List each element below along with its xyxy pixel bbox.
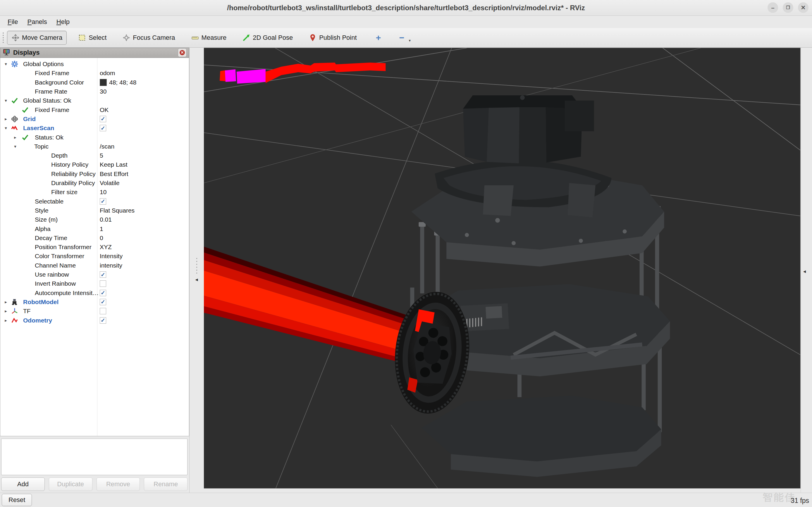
tool-2d-goal-pose-button[interactable]: 2D Goal Pose (238, 31, 297, 45)
tool-select-button[interactable]: Select (74, 31, 111, 45)
property-value[interactable]: ✓ (100, 271, 106, 278)
display-row-invert-rainbow[interactable]: Invert Rainbow (0, 279, 189, 288)
add-button[interactable]: Add (1, 477, 45, 491)
display-row-depth[interactable]: Depth5 (0, 151, 189, 160)
display-row-channel-name[interactable]: Channel Nameintensity (0, 261, 189, 270)
display-row-tf[interactable]: ▸TF (0, 307, 189, 316)
display-row-fixed-frame[interactable]: Fixed FrameOK (0, 105, 189, 114)
property-value[interactable]: 5 (100, 152, 103, 159)
property-label: Reliability Policy (51, 170, 96, 177)
property-value[interactable]: ✓ (100, 290, 106, 296)
expand-arrow-icon[interactable]: ▾ (3, 125, 8, 131)
property-value[interactable] (100, 280, 106, 287)
checkbox-unchecked[interactable] (100, 308, 106, 314)
menu-file[interactable]: File (3, 17, 22, 27)
display-row-reliability-policy[interactable]: Reliability PolicyBest Effort (0, 169, 189, 178)
display-row-position-transformer[interactable]: Position TransformerXYZ (0, 243, 189, 252)
display-row-laserscan[interactable]: ▾LaserScan✓ (0, 124, 189, 133)
property-value[interactable]: Flat Squares (100, 207, 134, 214)
collapse-arrow-icon[interactable]: ▸ (3, 308, 8, 314)
odom-icon (11, 317, 18, 324)
property-value[interactable]: 0.01 (100, 216, 112, 223)
property-value[interactable]: ✓ (100, 125, 106, 131)
splitter-handle[interactable]: ◂ (194, 252, 200, 287)
property-value[interactable]: Keep Last (100, 161, 127, 168)
display-row-filter-size[interactable]: Filter size10 (0, 188, 189, 197)
checkbox-unchecked[interactable] (100, 280, 106, 287)
property-value[interactable]: ✓ (100, 116, 106, 122)
property-value[interactable]: Best Effort (100, 170, 128, 177)
checkbox-checked[interactable]: ✓ (100, 116, 106, 122)
expand-arrow-icon[interactable]: ▾ (13, 144, 18, 149)
checkbox-checked[interactable]: ✓ (100, 125, 106, 131)
restore-button[interactable]: ❐ (783, 2, 793, 13)
checkbox-checked[interactable]: ✓ (100, 317, 106, 324)
collapse-arrow-icon[interactable]: ▸ (3, 116, 8, 122)
display-row-use-rainbow[interactable]: Use rainbow✓ (0, 270, 189, 279)
display-row-topic[interactable]: ▾Topic/scan (0, 142, 189, 151)
property-value[interactable]: /scan (100, 143, 114, 150)
display-row-background-color[interactable]: Background Color48; 48; 48 (0, 78, 189, 87)
displays-panel-close-icon[interactable]: ✕ (178, 48, 186, 57)
display-row-fixed-frame[interactable]: Fixed Frameodom (0, 69, 189, 78)
property-value[interactable]: 0 (100, 234, 103, 241)
collapse-arrow-icon[interactable]: ▸ (3, 299, 8, 305)
expand-arrow-icon[interactable]: ▾ (3, 61, 8, 67)
property-value[interactable]: intensity (100, 262, 122, 269)
collapse-arrow-icon[interactable]: ▸ (3, 318, 8, 323)
property-value[interactable]: Volatile (100, 179, 120, 186)
display-row-robotmodel[interactable]: ▸RobotModel✓ (0, 297, 189, 306)
tool-focus-camera-button[interactable]: Focus Camera (118, 31, 179, 45)
display-row-status-ok[interactable]: ▸Status: Ok (0, 133, 189, 142)
property-value[interactable]: 30 (100, 88, 106, 95)
display-row-selectable[interactable]: Selectable✓ (0, 197, 189, 206)
reset-button[interactable]: Reset (2, 494, 32, 506)
display-row-alpha[interactable]: Alpha1 (0, 224, 189, 233)
property-value[interactable]: 1 (100, 225, 103, 232)
expand-arrow-icon[interactable]: ▾ (3, 98, 8, 103)
tool-plus-button[interactable]: + (368, 31, 389, 45)
display-row-autocompute-intensit[interactable]: Autocompute Intensit…✓ (0, 288, 189, 297)
checkbox-checked[interactable]: ✓ (100, 290, 106, 296)
collapse-arrow-icon[interactable]: ▸ (13, 135, 18, 140)
display-row-style[interactable]: StyleFlat Squares (0, 206, 189, 215)
menu-help[interactable]: Help (52, 17, 74, 27)
menu-panels[interactable]: Panels (22, 17, 51, 27)
toolbar-grip[interactable] (2, 31, 5, 44)
display-row-odometry[interactable]: ▸Odometry✓ (0, 316, 189, 325)
close-button[interactable]: ✕ (798, 2, 809, 13)
minimize-button[interactable]: – (767, 2, 778, 13)
rename-button: Rename (144, 477, 187, 491)
panel-splitter[interactable]: ◂ (190, 48, 204, 493)
display-row-global-options[interactable]: ▾Global Options (0, 60, 189, 69)
checkbox-checked[interactable]: ✓ (100, 198, 106, 205)
display-row-frame-rate[interactable]: Frame Rate30 (0, 87, 189, 96)
display-row-history-policy[interactable]: History PolicyKeep Last (0, 160, 189, 169)
property-value[interactable]: XYZ (100, 243, 112, 250)
checkbox-checked[interactable]: ✓ (100, 299, 106, 305)
tool-minus-button[interactable]: −▾ (392, 30, 417, 46)
property-value[interactable]: odom (100, 70, 115, 76)
property-value[interactable]: ✓ (100, 198, 106, 205)
display-row-durability-policy[interactable]: Durability PolicyVolatile (0, 179, 189, 188)
display-row-grid[interactable]: ▸Grid✓ (0, 114, 189, 123)
display-row-decay-time[interactable]: Decay Time0 (0, 233, 189, 242)
property-value[interactable]: ✓ (100, 299, 106, 305)
right-splitter[interactable]: ◂ (801, 48, 812, 493)
value-text: 5 (100, 152, 103, 159)
property-value[interactable] (100, 308, 106, 314)
property-value[interactable]: 10 (100, 188, 106, 195)
property-value[interactable]: Intensity (100, 252, 122, 260)
checkbox-checked[interactable]: ✓ (100, 271, 106, 278)
property-value[interactable]: OK (100, 106, 109, 113)
property-value[interactable]: 48; 48; 48 (100, 79, 136, 86)
tool-move-camera-button[interactable]: Move Camera (7, 31, 67, 45)
property-value[interactable]: ✓ (100, 317, 106, 324)
display-row-global-status-ok[interactable]: ▾Global Status: Ok (0, 96, 189, 105)
displays-panel-header[interactable]: Displays ✕ (0, 48, 189, 58)
3d-viewport[interactable] (204, 48, 801, 489)
display-row-color-transformer[interactable]: Color TransformerIntensity (0, 252, 189, 261)
tool-measure-button[interactable]: Measure (186, 31, 231, 45)
tool-publish-point-button[interactable]: Publish Point (304, 31, 361, 45)
display-row-size-m[interactable]: Size (m)0.01 (0, 215, 189, 224)
